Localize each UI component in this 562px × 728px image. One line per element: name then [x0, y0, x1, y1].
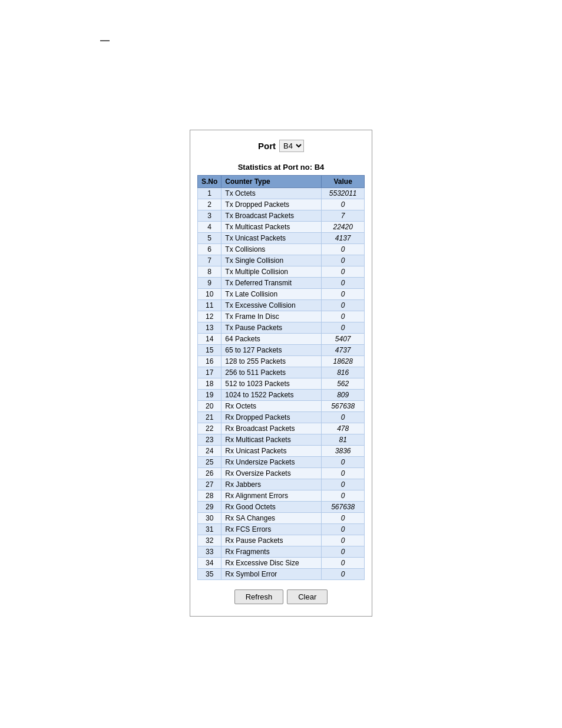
cell-sno: 29 [198, 502, 222, 513]
cell-sno: 27 [198, 479, 222, 490]
cell-value: 5407 [322, 334, 365, 345]
table-row: 8Tx Multiple Collision0 [198, 266, 365, 278]
stats-title: Statistics at Port no: B4 [197, 163, 365, 172]
cell-counter: 1024 to 1522 Packets [222, 390, 322, 401]
cell-counter: Rx FCS Errors [222, 524, 322, 535]
table-row: 21Rx Dropped Packets0 [198, 412, 365, 423]
col-header-sno: S.No [198, 176, 222, 188]
cell-sno: 3 [198, 210, 222, 222]
cell-counter: Rx Unicast Packets [222, 446, 322, 457]
statistics-panel: Port B4 Statistics at Port no: B4 S.No C… [190, 130, 372, 617]
table-row: 32Rx Pause Packets0 [198, 535, 365, 546]
cell-sno: 26 [198, 468, 222, 479]
port-row: Port B4 [197, 140, 365, 152]
cell-sno: 20 [198, 401, 222, 412]
cell-value: 18628 [322, 356, 365, 367]
cell-counter: Tx Pause Packets [222, 322, 322, 334]
cell-sno: 16 [198, 356, 222, 367]
table-row: 12Tx Frame In Disc0 [198, 311, 365, 322]
cell-value: 0 [322, 244, 365, 255]
col-header-counter: Counter Type [222, 176, 322, 188]
cell-counter: Tx Dropped Packets [222, 199, 322, 210]
cell-sno: 31 [198, 524, 222, 535]
cell-counter: 128 to 255 Packets [222, 356, 322, 367]
cell-value: 0 [322, 558, 365, 569]
cell-value: 562 [322, 378, 365, 390]
cell-value: 0 [322, 524, 365, 535]
cell-counter: Tx Excessive Collision [222, 300, 322, 311]
cell-counter: Tx Multiple Collision [222, 266, 322, 278]
table-row: 7Tx Single Collision0 [198, 255, 365, 266]
cell-sno: 6 [198, 244, 222, 255]
cell-value: 0 [322, 300, 365, 311]
table-row: 6Tx Collisions0 [198, 244, 365, 255]
cell-counter: Rx Oversize Packets [222, 468, 322, 479]
cell-sno: 7 [198, 255, 222, 266]
table-row: 29Rx Good Octets567638 [198, 502, 365, 513]
cell-counter: Rx Symbol Error [222, 569, 322, 580]
port-select[interactable]: B4 [279, 140, 304, 152]
table-row: 11Tx Excessive Collision0 [198, 300, 365, 311]
button-row: Refresh Clear [197, 589, 365, 604]
cell-sno: 10 [198, 289, 222, 300]
table-row: 27Rx Jabbers0 [198, 479, 365, 490]
cell-value: 0 [322, 322, 365, 334]
table-row: 17256 to 511 Packets816 [198, 367, 365, 378]
table-row: 31Rx FCS Errors0 [198, 524, 365, 535]
table-row: 24Rx Unicast Packets3836 [198, 446, 365, 457]
cell-counter: Tx Octets [222, 188, 322, 199]
cell-sno: 14 [198, 334, 222, 345]
col-header-value: Value [322, 176, 365, 188]
cell-value: 0 [322, 255, 365, 266]
cell-sno: 33 [198, 546, 222, 558]
cell-value: 4137 [322, 233, 365, 244]
table-row: 28Rx Alignment Errors0 [198, 490, 365, 502]
cell-counter: Tx Unicast Packets [222, 233, 322, 244]
table-row: 1565 to 127 Packets4737 [198, 345, 365, 356]
table-row: 25Rx Undersize Packets0 [198, 457, 365, 468]
cell-sno: 17 [198, 367, 222, 378]
cell-value: 0 [322, 490, 365, 502]
table-row: 23Rx Multicast Packets81 [198, 434, 365, 446]
port-label: Port [258, 141, 276, 151]
clear-button[interactable]: Clear [287, 589, 328, 604]
cell-value: 0 [322, 266, 365, 278]
table-row: 1Tx Octets5532011 [198, 188, 365, 199]
cell-counter: Rx Multicast Packets [222, 434, 322, 446]
cell-counter: Tx Frame In Disc [222, 311, 322, 322]
cell-sno: 32 [198, 535, 222, 546]
cell-counter: Tx Multicast Packets [222, 222, 322, 233]
cell-sno: 22 [198, 423, 222, 434]
stats-title-port: B4 [315, 163, 325, 172]
cell-sno: 13 [198, 322, 222, 334]
cell-value: 0 [322, 278, 365, 289]
refresh-button[interactable]: Refresh [234, 589, 284, 604]
cell-value: 567638 [322, 401, 365, 412]
table-row: 3Tx Broadcast Packets7 [198, 210, 365, 222]
cell-value: 4737 [322, 345, 365, 356]
cell-sno: 9 [198, 278, 222, 289]
table-row: 30Rx SA Changes0 [198, 513, 365, 524]
cell-value: 81 [322, 434, 365, 446]
cell-sno: 30 [198, 513, 222, 524]
cell-counter: Tx Deferred Transmit [222, 278, 322, 289]
cell-value: 0 [322, 479, 365, 490]
cell-value: 0 [322, 412, 365, 423]
cell-value: 0 [322, 546, 365, 558]
table-row: 34Rx Excessive Disc Size0 [198, 558, 365, 569]
cell-counter: 64 Packets [222, 334, 322, 345]
cell-value: 0 [322, 199, 365, 210]
cell-counter: Rx Alignment Errors [222, 490, 322, 502]
stats-table: S.No Counter Type Value 1Tx Octets553201… [197, 175, 365, 580]
cell-counter: 65 to 127 Packets [222, 345, 322, 356]
stats-title-prefix: Statistics at Port no: [238, 163, 312, 172]
cell-value: 0 [322, 535, 365, 546]
table-row: 2Tx Dropped Packets0 [198, 199, 365, 210]
cell-counter: Rx Excessive Disc Size [222, 558, 322, 569]
cell-value: 0 [322, 289, 365, 300]
cell-value: 7 [322, 210, 365, 222]
table-row: 20Rx Octets567638 [198, 401, 365, 412]
cell-counter: Rx Fragments [222, 546, 322, 558]
table-row: 191024 to 1522 Packets809 [198, 390, 365, 401]
cell-sno: 12 [198, 311, 222, 322]
